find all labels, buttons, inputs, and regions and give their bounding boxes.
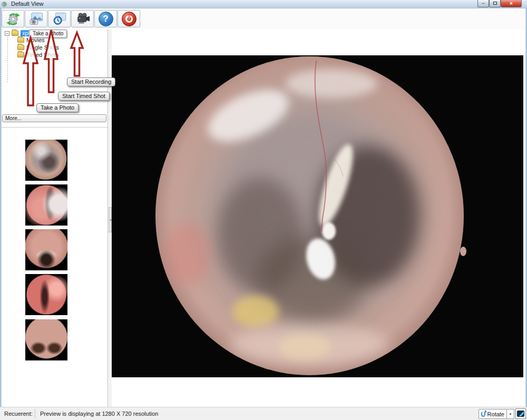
- power-exit-button[interactable]: [118, 10, 140, 27]
- blood-vessel-overlay: [155, 56, 464, 375]
- collapse-icon[interactable]: −: [5, 31, 9, 36]
- rotate-label: Rotate: [487, 411, 504, 417]
- window-border-left: [0, 0, 2, 420]
- toolbar: ?: [2, 8, 525, 29]
- ear-canal-thumbnail[interactable]: [25, 140, 67, 181]
- maximize-button[interactable]: [489, 0, 501, 7]
- maximize-icon: [493, 2, 497, 5]
- record-video-button[interactable]: [71, 10, 94, 27]
- clock-photo-icon: [52, 12, 67, 26]
- take-photo-button[interactable]: [25, 10, 47, 27]
- gear-refresh-icon: [5, 12, 21, 26]
- status-separator: [35, 409, 35, 418]
- help-button[interactable]: ?: [94, 10, 117, 27]
- camcorder-icon: [75, 12, 91, 26]
- close-button[interactable]: ×: [501, 0, 522, 7]
- tissue-nub: [460, 247, 466, 256]
- help-icon: ?: [99, 12, 113, 26]
- callout-start-timed-shot: Start Timed Shot: [58, 92, 110, 101]
- status-message: Preview is displaying at 1280 X 720 reso…: [40, 411, 158, 417]
- red-arrow-timed-shot: [45, 30, 57, 92]
- status-label: Recuerent:: [4, 411, 33, 417]
- photo-camera-icon: [28, 12, 44, 26]
- panel-divider: [2, 127, 108, 128]
- fullscreen-button[interactable]: [515, 408, 526, 419]
- more-button[interactable]: More...: [2, 114, 106, 122]
- settings-refresh-button[interactable]: [2, 10, 24, 27]
- display-icon: [517, 411, 524, 417]
- timed-shot-button[interactable]: [48, 10, 71, 27]
- statusbar: Recuerent: Preview is displaying at 1280…: [0, 407, 527, 420]
- app-icon: [2, 1, 8, 7]
- rotate-dropdown-button[interactable]: ▼: [507, 409, 514, 419]
- nasal-passage-thumbnail[interactable]: [25, 274, 67, 315]
- splitter-collapse-handle[interactable]: ◄: [109, 207, 112, 232]
- rotate-icon: [481, 411, 485, 417]
- epiglottis-thumbnail[interactable]: [25, 319, 67, 360]
- folder-icon: [12, 31, 18, 36]
- application-window: Default View – ×: [0, 0, 527, 420]
- callout-take-a-photo: Take a Photo: [36, 103, 79, 112]
- tree-connector: [7, 35, 8, 83]
- minimize-button[interactable]: –: [477, 0, 489, 7]
- power-icon: [122, 12, 136, 26]
- vocal-cords-thumbnail[interactable]: [25, 229, 67, 270]
- callout-start-recording: Start Recording: [67, 77, 115, 86]
- live-preview-area: [112, 55, 523, 377]
- rotate-button[interactable]: Rotate: [479, 409, 507, 419]
- nasal-cavity-thumbnail[interactable]: [25, 184, 67, 226]
- window-title: Default View: [11, 1, 44, 7]
- titlebar: Default View: [0, 0, 527, 8]
- red-arrow-recording: [71, 33, 83, 76]
- red-arrow-take-photo: [24, 38, 37, 105]
